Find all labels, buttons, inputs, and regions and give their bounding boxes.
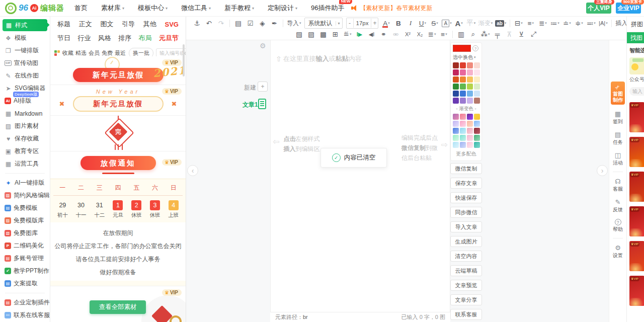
nav-tutorials[interactable]: 新手教程▾ bbox=[224, 4, 254, 13]
text-exit-icon[interactable]: ◀I bbox=[366, 29, 377, 39]
tab-标题[interactable]: 标题 bbox=[57, 20, 70, 29]
template-card-newyear-pill[interactable]: ♛VIP New Year ✖ 新年元旦放假 ✖ bbox=[50, 85, 186, 116]
search-input[interactable] bbox=[158, 50, 185, 56]
color-swatch[interactable] bbox=[467, 62, 473, 68]
gallery-icon[interactable]: ▨ bbox=[305, 29, 317, 39]
texture-icon[interactable]: ▩ bbox=[317, 29, 329, 39]
filter-最近[interactable]: 最近 bbox=[115, 49, 126, 57]
gradient-swatch[interactable] bbox=[474, 121, 480, 127]
tab-puzzle[interactable]: 拼图 bbox=[627, 16, 644, 32]
link-button[interactable]: ⚭ bbox=[378, 29, 389, 39]
color-swatch[interactable] bbox=[460, 76, 466, 83]
text-style-button[interactable]: A▾ bbox=[453, 18, 465, 28]
filter-会员[interactable]: 会员 bbox=[89, 49, 100, 57]
color-swatch[interactable] bbox=[467, 98, 473, 104]
tab-节日[interactable]: 节日 bbox=[57, 34, 70, 43]
gear-icon[interactable]: ⚙ bbox=[260, 42, 266, 50]
template-card-newyear-banner[interactable]: ♛VIP 新年元旦放假 2021 bbox=[50, 56, 186, 85]
font-size-stepper[interactable]: -17px+ bbox=[346, 18, 379, 29]
action-button-4[interactable]: 导入文章 bbox=[450, 221, 482, 232]
color-swatch[interactable] bbox=[460, 62, 466, 68]
margin-button[interactable]: ≔▾ bbox=[549, 18, 560, 28]
vip-template-thumb[interactable]: ♛VIP bbox=[629, 206, 644, 236]
align-button[interactable]: ≡▾ bbox=[525, 18, 536, 28]
article-doc-icon[interactable] bbox=[258, 99, 266, 109]
nav-template-center[interactable]: 模板中心▾ bbox=[138, 4, 168, 13]
tab-行业[interactable]: 行业 bbox=[77, 34, 91, 43]
filter-收藏[interactable]: 收藏 bbox=[62, 49, 73, 57]
gradient-swatch[interactable] bbox=[467, 114, 473, 120]
sidebar-item-ai-one-click[interactable]: ✦AI一键排版 bbox=[0, 177, 50, 189]
new-article-button[interactable]: + bbox=[258, 82, 268, 92]
sidebar-item-online-draw[interactable]: ✎在线作图 bbox=[0, 69, 50, 82]
line-spacing-button[interactable]: ≣▾ bbox=[537, 18, 548, 28]
action-button-2[interactable]: 快速保存 bbox=[450, 192, 482, 203]
enterprise-vip-button[interactable]: 企业VIP 500京东卡 bbox=[616, 3, 641, 14]
redo-icon[interactable]: ↷ bbox=[215, 18, 227, 28]
font-color-button[interactable]: A▾ bbox=[380, 18, 392, 28]
table-icon[interactable]: ⊞ bbox=[330, 29, 341, 39]
sidebar-item-one-click-layout[interactable]: ❐一键排版 bbox=[0, 44, 50, 57]
gradient-swatch[interactable] bbox=[474, 135, 480, 141]
image-thumbnail[interactable] bbox=[629, 57, 644, 74]
border-button[interactable]: ⊟▾ bbox=[513, 18, 524, 28]
gradient-swatch[interactable] bbox=[474, 128, 480, 134]
vip-template-thumb[interactable]: ♛VIP bbox=[629, 241, 644, 271]
line-height-button[interactable]: ≝▾ bbox=[342, 29, 353, 39]
no-follow-icon[interactable]: ⊼ bbox=[504, 29, 515, 39]
color-swatch[interactable] bbox=[453, 84, 459, 90]
sidebar-item-markdown[interactable]: ▦Markdown bbox=[0, 107, 50, 120]
gradient-swatch[interactable] bbox=[453, 128, 459, 134]
sidebar-item-online-support[interactable]: ⋯联系在线客服 bbox=[0, 309, 50, 321]
gradient-swatch[interactable] bbox=[460, 114, 466, 120]
color-swatch[interactable] bbox=[467, 84, 473, 90]
subscript-button[interactable]: X₂ bbox=[414, 29, 426, 39]
color-swatch[interactable] bbox=[474, 98, 480, 104]
rail-settings[interactable]: ⚙设置 bbox=[613, 244, 623, 259]
gradient-swatch[interactable] bbox=[474, 142, 480, 148]
font-size-increase[interactable]: + bbox=[371, 20, 378, 27]
gradient-swatch[interactable] bbox=[460, 142, 466, 148]
tab-SVG[interactable]: SVG bbox=[165, 21, 179, 28]
collapse-left-button[interactable]: ‹ bbox=[187, 165, 198, 176]
paste-icon[interactable]: ▥ bbox=[455, 29, 467, 39]
underline-button[interactable]: U▾ bbox=[417, 18, 428, 28]
gradient-swatch[interactable] bbox=[460, 128, 466, 134]
distribute-button[interactable]: ≕▾ bbox=[585, 18, 597, 28]
color-swatch[interactable] bbox=[453, 91, 459, 97]
action-button-8[interactable]: 文章预览 bbox=[450, 280, 482, 291]
color-swatch[interactable] bbox=[460, 98, 466, 104]
find-replace-icon[interactable]: ⌕ bbox=[467, 29, 479, 39]
italic-button[interactable]: I bbox=[405, 18, 416, 28]
nav-wechat-tools[interactable]: 微信工具▾ bbox=[181, 4, 211, 13]
sidebar-item-favorites[interactable]: ♥保存收藏 bbox=[0, 132, 50, 145]
rail-tasks[interactable]: ▤任务 bbox=[613, 131, 623, 146]
sidebar-item-copy-extract[interactable]: ▤文案提取 bbox=[0, 277, 50, 290]
import-doc-icon[interactable]: ▤ bbox=[232, 18, 244, 28]
recolor-dropdown[interactable]: 选中换色 ▾ bbox=[453, 54, 479, 61]
bg-color-button[interactable]: A▾ bbox=[441, 18, 452, 28]
tab-引导[interactable]: 引导 bbox=[122, 20, 135, 29]
font-family-select[interactable]: 系统默认▾ bbox=[304, 18, 343, 29]
editor-canvas[interactable]: ⇧ 在这里直接输入或粘贴内容 bbox=[270, 40, 450, 312]
gradient-swatch[interactable] bbox=[460, 135, 466, 141]
fullscreen-icon[interactable]: ⤢ bbox=[528, 29, 539, 39]
unordered-list-button[interactable]: ≡▾ bbox=[438, 29, 450, 39]
rail-help[interactable]: ?帮助 bbox=[613, 219, 623, 233]
tab-风格[interactable]: 风格 bbox=[98, 34, 111, 43]
gradient-swatch[interactable] bbox=[453, 121, 459, 127]
gradient-swatch[interactable] bbox=[453, 135, 459, 141]
superscript-button[interactable]: X² bbox=[402, 29, 414, 39]
tab-图文[interactable]: 图文 bbox=[100, 20, 113, 29]
color-swatch[interactable] bbox=[460, 69, 466, 75]
action-button-1[interactable]: 保存文章 bbox=[450, 178, 482, 189]
article-tab-label[interactable]: 文章1 bbox=[243, 101, 258, 109]
action-button-5[interactable]: 生成图片 bbox=[450, 236, 482, 247]
color-swatch[interactable] bbox=[460, 91, 466, 97]
color-swatch[interactable] bbox=[453, 62, 459, 68]
padding-button[interactable]: ≐▾ bbox=[561, 18, 573, 28]
load-bottom-icon[interactable]: ⊻ bbox=[516, 29, 527, 39]
gradient-swatch[interactable] bbox=[453, 114, 459, 120]
sidebar-item-free-templates[interactable]: ▤免费模板 bbox=[0, 202, 50, 214]
panel-scrollbar[interactable] bbox=[183, 44, 185, 76]
